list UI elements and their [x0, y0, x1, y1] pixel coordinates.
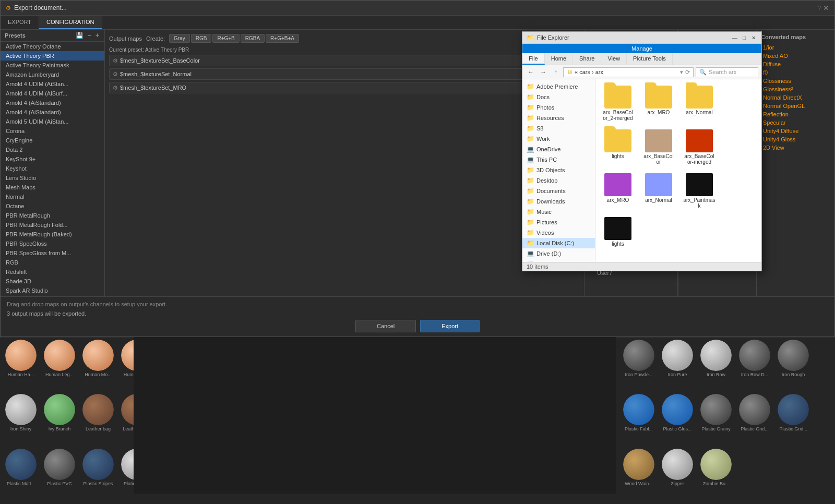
tree-folder-icon: 💻: [527, 156, 534, 163]
material-item[interactable]: Human Mo...: [79, 340, 117, 393]
preset-item[interactable]: Redshift: [19, 267, 104, 277]
material-label: Leather Big...: [123, 426, 134, 431]
material-item[interactable]: Leather bag: [79, 394, 117, 447]
file-item[interactable]: lights: [600, 215, 636, 249]
preset-item[interactable]: Active Theory Paintmask: [19, 61, 104, 70]
fe-tab-home[interactable]: Home: [545, 53, 573, 65]
fe-forward-button[interactable]: →: [538, 67, 548, 77]
fe-tree-item-3d-objects[interactable]: 📁3D Objects: [522, 165, 595, 175]
fe-up-button[interactable]: ↑: [551, 67, 561, 77]
fe-tree-item-resources[interactable]: 📁Resources: [522, 113, 595, 123]
fe-tree-item-adobe-premiere[interactable]: 📁Adobe Premiere: [522, 81, 595, 92]
fe-maximize-button[interactable]: □: [741, 34, 748, 41]
fe-tree-item-photos[interactable]: 📁Photos: [522, 102, 595, 113]
material-item[interactable]: Plastic Matt...: [19, 449, 40, 494]
file-item[interactable]: arx_BaseColor-merged: [681, 127, 718, 167]
preset-item[interactable]: Arnold 4 (AiStandard): [19, 98, 104, 107]
image-thumbnail-arx_Paintmask: [686, 173, 713, 196]
fe-tree-item-docs[interactable]: 📁Docs: [522, 92, 595, 102]
file-explorer-body: 📁Adobe Premiere📁Docs📁Photos📁Resources📁S8…: [522, 79, 761, 262]
map-settings-icon[interactable]: ⚙: [113, 85, 118, 91]
fe-tree-item-videos[interactable]: 📁Videos: [522, 227, 595, 238]
file-item[interactable]: arx_BaseColor_2-merged: [600, 83, 636, 123]
material-item[interactable]: Human Leg...: [41, 340, 78, 393]
tree-item-label: Music: [536, 209, 552, 215]
preset-item[interactable]: Corona: [19, 126, 104, 136]
preset-item[interactable]: RGB: [19, 258, 104, 267]
file-item[interactable]: lights: [600, 127, 636, 167]
preset-item[interactable]: KeyShot 9+: [19, 154, 104, 164]
preset-item[interactable]: Spark AR Studio: [19, 286, 104, 295]
image-thumbnail-arx_Normal: [645, 173, 672, 196]
map-settings-icon[interactable]: ⚙: [113, 57, 118, 64]
fe-tab-share[interactable]: Share: [573, 53, 601, 65]
preset-item[interactable]: Lens Studio: [19, 173, 104, 183]
file-content: arx_BaseColor_2-merged arx_MRO arx_Norma…: [595, 79, 761, 262]
file-item[interactable]: arx_Normal: [681, 83, 718, 123]
fe-tab-picture[interactable]: Picture Tools: [627, 53, 673, 65]
preset-item[interactable]: Mesh Maps: [19, 183, 104, 192]
fe-tab-view[interactable]: View: [601, 53, 627, 65]
fe-tree-item-pictures[interactable]: 📁Pictures: [522, 217, 595, 227]
preset-item[interactable]: Arnold 5 UDIM (AiStan...: [19, 117, 104, 126]
file-item[interactable]: arx_Normal: [640, 171, 677, 211]
preset-item[interactable]: Keyshot: [19, 164, 104, 173]
file-item[interactable]: arx_BaseColor: [640, 127, 677, 167]
material-item[interactable]: Human Ne...: [118, 340, 134, 393]
material-sphere: [82, 449, 114, 480]
material-item[interactable]: Ivy Branch: [41, 394, 78, 447]
fe-tree-item-work[interactable]: 📁Work: [522, 134, 595, 144]
material-item[interactable]: Platinum P...: [118, 449, 134, 494]
preset-item[interactable]: Dota 2: [19, 145, 104, 154]
file-explorer-status: 10 items: [522, 262, 761, 271]
fe-tree-item-music[interactable]: 📁Music: [522, 207, 595, 217]
preset-item[interactable]: Shade 3D: [19, 277, 104, 286]
preset-item[interactable]: PBR SpecGloss: [19, 239, 104, 248]
preset-item[interactable]: Active Theory Octane: [19, 42, 104, 51]
preset-item[interactable]: Arnold 4 UDIM (AiStan...: [19, 79, 104, 89]
material-thumbnail: [19, 449, 37, 480]
preset-item[interactable]: Amazon Lumberyard: [19, 70, 104, 79]
material-sphere: [44, 340, 75, 371]
map-settings-icon[interactable]: ⚙: [113, 71, 118, 78]
fe-tree-item-onedrive[interactable]: 💻OneDrive: [522, 144, 595, 154]
fe-minimize-button[interactable]: —: [731, 34, 738, 41]
preset-item[interactable]: Normal: [19, 192, 104, 201]
material-item[interactable]: Human Ha...: [19, 340, 40, 393]
preset-item[interactable]: PBR MetalRough: [19, 211, 104, 220]
material-item[interactable]: Iron Shiny: [19, 394, 40, 447]
file-item[interactable]: arx_MRO: [640, 83, 677, 123]
image-thumbnail-arx_BaseColor: [645, 129, 672, 152]
material-item[interactable]: Plastic Stripes: [79, 449, 117, 494]
fe-tree-item-s8[interactable]: 📁S8: [522, 123, 595, 134]
address-dropdown-icon[interactable]: ▾: [680, 69, 683, 76]
fe-search-box[interactable]: 🔍 Search arx: [696, 67, 758, 77]
fe-address-bar[interactable]: 🖥 « cars › arx ▾ ⟳: [563, 67, 694, 77]
fe-tree-item-this-pc[interactable]: 💻This PC: [522, 154, 595, 165]
material-item[interactable]: Leather Big...: [118, 394, 134, 447]
manage-bar[interactable]: Manage: [522, 44, 761, 53]
file-grid: arx_BaseColor_2-merged arx_MRO arx_Norma…: [600, 83, 757, 249]
file-item[interactable]: arx_MRO: [600, 171, 636, 211]
preset-item[interactable]: PBR SpecGloss from M...: [19, 248, 104, 258]
preset-item[interactable]: Arnold 4 UDIM (AiSurf...: [19, 89, 104, 98]
fe-tree-item-downloads[interactable]: 📁Downloads: [522, 196, 595, 207]
file-label: arx_BaseColor-merged: [683, 153, 715, 165]
fe-tree-item-desktop[interactable]: 📁Desktop: [522, 175, 595, 186]
fe-tab-file[interactable]: File: [522, 53, 545, 65]
fe-tree-item-documents[interactable]: 📁Documents: [522, 186, 595, 196]
preset-item[interactable]: Active Theory PBR: [19, 51, 104, 61]
fe-tree-item-drive-d:[interactable]: 💻Drive (D:): [522, 248, 595, 259]
fe-back-button[interactable]: ←: [526, 67, 536, 77]
material-thumbnail: [82, 340, 114, 371]
preset-item[interactable]: Arnold 4 (AiStandard): [19, 107, 104, 117]
fe-close-button[interactable]: ✕: [750, 34, 757, 41]
preset-item[interactable]: Octane: [19, 201, 104, 211]
fe-tree-item-local-disk-c:[interactable]: 📁Local Disk (C:): [522, 238, 595, 248]
material-item[interactable]: Plastic PVC: [41, 449, 78, 494]
file-item[interactable]: arx_Paintmask: [681, 171, 718, 211]
preset-item[interactable]: CryEngine: [19, 136, 104, 145]
preset-item[interactable]: PBR MetalRough (Baked): [19, 230, 104, 239]
address-refresh-icon[interactable]: ⟳: [685, 69, 690, 76]
preset-item[interactable]: PBR MetalRough Fold...: [19, 220, 104, 230]
